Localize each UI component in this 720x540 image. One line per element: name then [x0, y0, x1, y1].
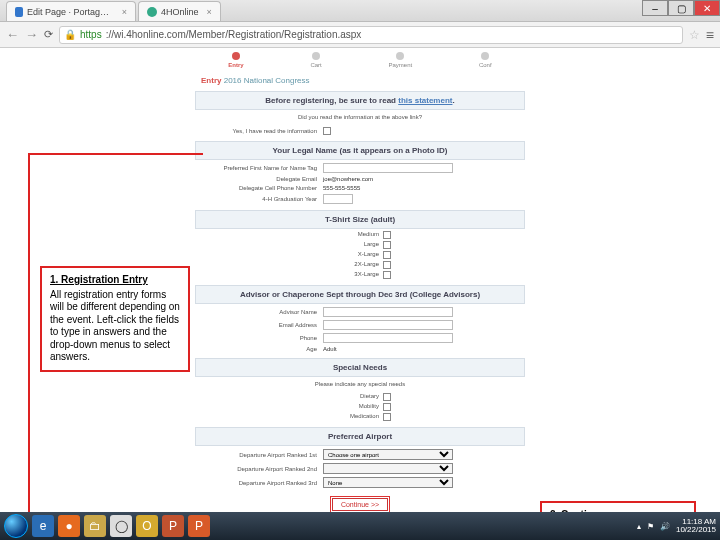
special-medication-checkbox[interactable]	[383, 413, 391, 421]
callout-title: 1. Registration Entry	[50, 274, 180, 287]
address-bar: ← → ⟳ 🔒 https://wi.4honline.com/Member/R…	[0, 22, 720, 48]
callout-registration-entry: 1. Registration Entry All registration e…	[40, 266, 190, 372]
advisor-phone-input[interactable]	[323, 333, 453, 343]
close-icon[interactable]: ×	[207, 7, 212, 17]
callout-title: 2. Continue	[550, 509, 686, 512]
window-minimize-button[interactable]: –	[642, 0, 668, 16]
tray-up-icon[interactable]: ▴	[637, 522, 641, 531]
window-maximize-button[interactable]: ▢	[668, 0, 694, 16]
page-content: Entry Cart Payment Conf Entry 2016 Natio…	[0, 48, 720, 512]
forward-button[interactable]: →	[25, 27, 38, 42]
lock-icon: 🔒	[64, 29, 76, 40]
url-rest: ://wi.4honline.com/Member/Registration/R…	[106, 29, 362, 40]
size-2xlarge-checkbox[interactable]	[383, 261, 391, 269]
url-https: https	[80, 29, 102, 40]
step-dot	[481, 52, 489, 60]
callout-body: All registration entry forms will be dif…	[50, 289, 180, 364]
airport-2-select[interactable]	[323, 463, 453, 474]
taskbar-outlook-icon[interactable]: O	[136, 515, 158, 537]
special-subtext: Please indicate any special needs	[195, 377, 525, 391]
section-header-special: Special Needs	[195, 358, 525, 377]
taskbar-ie-icon[interactable]: e	[32, 515, 54, 537]
menu-icon[interactable]: ≡	[706, 27, 714, 43]
entry-title: Entry 2016 National Congress	[201, 76, 525, 85]
tab-label: 4HOnline	[161, 7, 199, 17]
progress-steps: Entry Cart Payment Conf	[195, 52, 525, 68]
special-mobility-checkbox[interactable]	[383, 403, 391, 411]
clock-date: 10/22/2015	[676, 526, 716, 534]
continue-button[interactable]: Continue >>	[332, 498, 388, 511]
tab-label: Edit Page · Portage Coun...	[27, 7, 114, 17]
start-button[interactable]	[4, 514, 28, 538]
section-header-airport: Preferred Airport	[195, 427, 525, 446]
step-label: Conf	[479, 62, 492, 68]
preferred-name-input[interactable]	[323, 163, 453, 173]
taskbar-powerpoint-icon[interactable]: P	[162, 515, 184, 537]
yes-read-label: Yes, I have read the information	[203, 128, 323, 134]
size-large-checkbox[interactable]	[383, 241, 391, 249]
delegate-email-value: joe@nowhere.com	[323, 176, 517, 182]
size-medium-checkbox[interactable]	[383, 231, 391, 239]
advisor-email-input[interactable]	[323, 320, 453, 330]
taskbar-explorer-icon[interactable]: 🗀	[84, 515, 106, 537]
section-header-tshirt: T-Shirt Size (adult)	[195, 210, 525, 229]
tray-volume-icon[interactable]: 🔊	[660, 522, 670, 531]
step-label: Cart	[310, 62, 321, 68]
back-button[interactable]: ←	[6, 27, 19, 42]
size-3xlarge-checkbox[interactable]	[383, 271, 391, 279]
airport-3-select[interactable]: None	[323, 477, 453, 488]
advisor-name-input[interactable]	[323, 307, 453, 317]
section-header-name: Your Legal Name (as it appears on a Phot…	[195, 141, 525, 160]
this-statement-link[interactable]: this statement	[398, 96, 452, 105]
size-xlarge-checkbox[interactable]	[383, 251, 391, 259]
step-dot	[232, 52, 240, 60]
taskbar-clock[interactable]: 11:18 AM 10/22/2015	[676, 518, 716, 535]
taskbar: e ● 🗀 ◯ O P P ▴ ⚑ 🔊 11:18 AM 10/22/2015	[0, 512, 720, 540]
tray-flag-icon[interactable]: ⚑	[647, 522, 654, 531]
browser-tab[interactable]: 4HOnline ×	[138, 1, 221, 21]
taskbar-firefox-icon[interactable]: ●	[58, 515, 80, 537]
entry-title-event: 2016 National Congress	[224, 76, 310, 85]
annotation-line	[28, 153, 203, 155]
browser-chrome: Edit Page · Portage Coun... × 4HOnline ×…	[0, 0, 720, 48]
statement-question: Did you read the information at the abov…	[195, 110, 525, 124]
section-header-statement: Before registering, be sure to read this…	[195, 91, 525, 110]
tab-strip: Edit Page · Portage Coun... × 4HOnline ×	[0, 0, 720, 22]
favicon-icon	[15, 7, 23, 17]
step-dot	[396, 52, 404, 60]
step-label: Payment	[389, 62, 413, 68]
browser-tab[interactable]: Edit Page · Portage Coun... ×	[6, 1, 136, 21]
entry-title-prefix: Entry	[201, 76, 221, 85]
favicon-icon	[147, 7, 157, 17]
continue-highlight: Continue >>	[330, 496, 390, 512]
yes-read-checkbox[interactable]	[323, 127, 331, 135]
special-dietary-checkbox[interactable]	[383, 393, 391, 401]
reload-button[interactable]: ⟳	[44, 28, 53, 41]
section-header-advisor: Advisor or Chaperone Sept through Dec 3r…	[195, 285, 525, 304]
taskbar-powerpoint2-icon[interactable]: P	[188, 515, 210, 537]
window-close-button[interactable]: ✕	[694, 0, 720, 16]
bookmark-icon[interactable]: ☆	[689, 28, 700, 42]
callout-continue: 2. Continue When you have entered all re…	[540, 501, 696, 512]
close-icon[interactable]: ×	[122, 7, 127, 17]
grad-year-input[interactable]	[323, 194, 353, 204]
annotation-line	[28, 153, 30, 512]
airport-1-select[interactable]: Choose one airport	[323, 449, 453, 460]
step-label: Entry	[228, 62, 243, 68]
advisor-age-value: Adult	[323, 346, 517, 352]
taskbar-chrome-icon[interactable]: ◯	[110, 515, 132, 537]
url-field[interactable]: 🔒 https://wi.4honline.com/Member/Registr…	[59, 26, 683, 44]
step-dot	[312, 52, 320, 60]
registration-form: Entry Cart Payment Conf Entry 2016 Natio…	[195, 48, 525, 512]
delegate-phone-value: 555-555-5555	[323, 185, 517, 191]
system-tray: ▴ ⚑ 🔊 11:18 AM 10/22/2015	[637, 518, 716, 535]
